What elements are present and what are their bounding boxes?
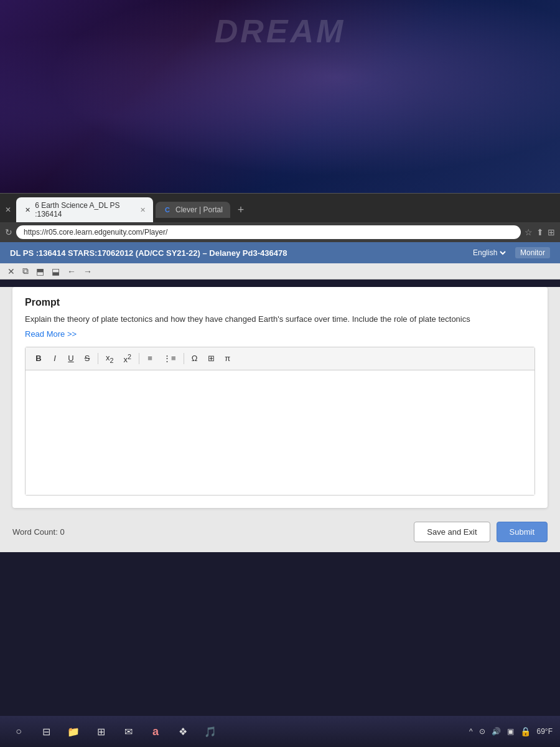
assignment-card: Prompt Explain the theory of plate tecto… bbox=[12, 287, 548, 508]
browser-chrome: ✕ ✕ 6 Earth Science A_DL PS :136414 ✕ C … bbox=[0, 193, 560, 242]
taskbar-system-tray: ^ ⊙ 🔊 ▣ 🔒 69°F bbox=[469, 726, 553, 736]
prompt-text: Explain the theory of plate tectonics an… bbox=[25, 313, 535, 326]
extension-icon[interactable]: ⊞ bbox=[548, 227, 555, 237]
toolbar-divider-2 bbox=[139, 353, 139, 364]
submit-button[interactable]: Submit bbox=[497, 522, 548, 542]
special-char-button[interactable]: Ω bbox=[188, 352, 202, 365]
start-button[interactable]: ○ bbox=[7, 720, 30, 743]
word-count-value: 0 bbox=[60, 527, 64, 537]
address-bar-row: ↻ ☆ ⬆ ⊞ bbox=[0, 222, 560, 242]
footer-buttons: Save and Exit Submit bbox=[414, 522, 548, 542]
superscript-button[interactable]: x2 bbox=[120, 351, 136, 366]
refresh-icon[interactable]: ↻ bbox=[5, 227, 12, 237]
prompt-label: Prompt bbox=[25, 297, 535, 308]
tab-bar: ✕ ✕ 6 Earth Science A_DL PS :136414 ✕ C … bbox=[0, 194, 560, 222]
tab-label-edgenuity: 6 Earth Science A_DL PS :136414 bbox=[35, 201, 134, 218]
tab-clever[interactable]: C Clever | Portal bbox=[156, 202, 230, 218]
underline-button[interactable]: U bbox=[64, 352, 78, 365]
taskbar-screen-icon[interactable]: ▣ bbox=[507, 727, 514, 736]
word-count-label: Word Count: bbox=[12, 527, 58, 537]
math-button[interactable]: π bbox=[221, 352, 235, 365]
main-content: Prompt Explain the theory of plate tecto… bbox=[0, 287, 560, 552]
toolbar-divider-1 bbox=[98, 353, 98, 364]
table-button[interactable]: ⊞ bbox=[204, 352, 218, 365]
toolbar-copy-icon[interactable]: ⧉ bbox=[20, 265, 31, 278]
tab-label-clever: Clever | Portal bbox=[175, 205, 223, 214]
tab-edgenuity[interactable]: ✕ 6 Earth Science A_DL PS :136414 ✕ bbox=[16, 197, 153, 222]
tab-favicon-edgenuity: ✕ bbox=[24, 205, 31, 214]
bg-overlay-text: DREAM bbox=[215, 12, 346, 50]
tab-close-edgenuity[interactable]: ✕ bbox=[140, 206, 146, 214]
browser-close-btn[interactable]: ✕ bbox=[5, 205, 11, 214]
editor-text-area[interactable] bbox=[26, 370, 534, 495]
italic-button[interactable]: I bbox=[48, 352, 62, 365]
language-select[interactable]: English bbox=[470, 248, 508, 258]
taskbar-settings-icon[interactable]: ⊙ bbox=[479, 727, 485, 736]
taskbar-temperature: 69°F bbox=[537, 727, 553, 736]
monitor-button[interactable]: Monitor bbox=[515, 247, 550, 258]
new-tab-button[interactable]: + bbox=[233, 202, 250, 218]
toolbar-cut-icon[interactable]: ✕ bbox=[5, 265, 17, 278]
taskbar-lock-icon[interactable]: 🔒 bbox=[520, 726, 531, 736]
taskbar-dropbox-icon[interactable]: ❖ bbox=[172, 720, 194, 743]
app-header-right: English Monitor bbox=[470, 247, 550, 258]
word-count-display: Word Count: 0 bbox=[12, 527, 65, 537]
taskbar-a-icon[interactable]: a bbox=[144, 720, 167, 743]
address-bar[interactable] bbox=[16, 225, 521, 239]
read-more-link[interactable]: Read More >> bbox=[25, 329, 77, 339]
taskbar-sound-icon[interactable]: 🔊 bbox=[492, 727, 501, 736]
taskbar-file-icon[interactable]: 📁 bbox=[62, 720, 85, 743]
rich-text-editor: B I U S x2 x2 ≡ ⋮≡ Ω ⊞ π bbox=[25, 347, 535, 496]
app-header: DL PS :136414 STARS:17062012 (AD/CC SY21… bbox=[0, 242, 560, 263]
subscript-button[interactable]: x2 bbox=[102, 351, 118, 366]
taskbar-snap-icon[interactable]: ⊟ bbox=[35, 720, 57, 743]
app-header-title: DL PS :136414 STARS:17062012 (AD/CC SY21… bbox=[10, 248, 287, 258]
star-icon[interactable]: ☆ bbox=[525, 227, 533, 237]
save-exit-button[interactable]: Save and Exit bbox=[414, 522, 490, 542]
taskbar-up-arrow[interactable]: ^ bbox=[469, 727, 473, 736]
unordered-list-button[interactable]: ⋮≡ bbox=[159, 352, 180, 365]
editor-toolbar-top: ✕ ⧉ ⬒ ⬓ ← → bbox=[0, 263, 560, 280]
toolbar-redo-icon[interactable]: → bbox=[81, 265, 95, 278]
taskbar-mail-icon[interactable]: ✉ bbox=[117, 720, 139, 743]
bold-button[interactable]: B bbox=[32, 352, 45, 365]
taskbar-mic-icon[interactable]: 🎵 bbox=[199, 720, 222, 743]
ordered-list-button[interactable]: ≡ bbox=[143, 352, 157, 365]
toolbar-paste2-icon[interactable]: ⬓ bbox=[49, 265, 62, 278]
taskbar: ○ ⊟ 📁 ⊞ ✉ a ❖ 🎵 ^ ⊙ 🔊 ▣ 🔒 69°F bbox=[0, 716, 560, 747]
toolbar-divider-3 bbox=[184, 353, 184, 364]
share-icon[interactable]: ⬆ bbox=[536, 227, 544, 237]
strikethrough-button[interactable]: S bbox=[80, 352, 94, 365]
editor-formatting-toolbar: B I U S x2 x2 ≡ ⋮≡ Ω ⊞ π bbox=[26, 347, 534, 370]
toolbar-paste-icon[interactable]: ⬒ bbox=[34, 265, 47, 278]
footer-row: Word Count: 0 Save and Exit Submit bbox=[0, 515, 560, 552]
background-photo: DREAM bbox=[0, 0, 560, 193]
toolbar-undo-icon[interactable]: ← bbox=[65, 265, 78, 278]
taskbar-app-icon[interactable]: ⊞ bbox=[90, 720, 112, 743]
tab-favicon-clever: C bbox=[163, 205, 172, 214]
